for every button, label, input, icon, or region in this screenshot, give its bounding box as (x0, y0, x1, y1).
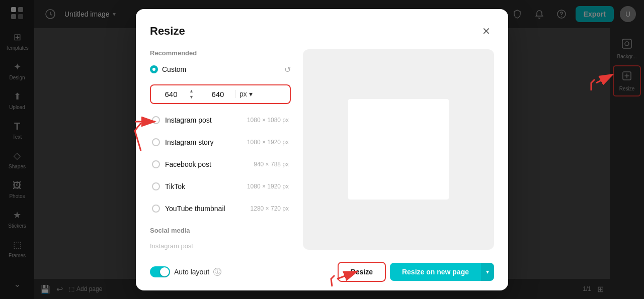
preset-facebook-post[interactable]: Facebook post 940 × 788 px (150, 156, 291, 172)
width-stepper[interactable]: ▲ ▼ (188, 88, 195, 100)
custom-option-row: Custom ↺ (150, 65, 291, 74)
youtube-radio[interactable] (152, 205, 160, 213)
tiktok-radio[interactable] (152, 182, 160, 190)
modal-body: Recommended Custom ↺ 640 ▲ ▼ 640 (150, 49, 494, 250)
instagram-post-label: Instagram post (165, 116, 242, 124)
resize-button[interactable]: Resize (338, 262, 386, 282)
modal-footer: Auto layout ⓘ Resize Resize on new page … (150, 260, 494, 282)
resize-on-new-page-group: Resize on new page ▾ (390, 263, 494, 281)
preview-canvas (348, 99, 449, 200)
modal-overlay: Resize ✕ Recommended Custom ↺ 640 ▲ (0, 0, 644, 299)
dimension-inputs-row: 640 ▲ ▼ 640 px ▾ (150, 84, 291, 104)
auto-layout-info-icon[interactable]: ⓘ (213, 268, 221, 276)
preset-youtube[interactable]: YouTube thumbnail 1280 × 720 px (150, 201, 291, 217)
unit-select[interactable]: px ▾ (235, 90, 253, 98)
resize-on-new-page-button[interactable]: Resize on new page (390, 263, 481, 281)
preview-area (303, 49, 494, 250)
auto-layout-row: Auto layout ⓘ (150, 266, 221, 277)
instagram-post-radio[interactable] (152, 116, 160, 124)
youtube-label: YouTube thumbnail (165, 205, 246, 213)
resize-options-panel: Recommended Custom ↺ 640 ▲ ▼ 640 (150, 49, 291, 250)
custom-label: Custom (162, 65, 280, 73)
instagram-story-size: 1080 × 1920 px (247, 139, 289, 146)
resize-modal: Resize ✕ Recommended Custom ↺ 640 ▲ (136, 9, 508, 290)
instagram-story-label: Instagram story (165, 138, 242, 146)
modal-close-button[interactable]: ✕ (478, 23, 494, 39)
footer-buttons: Resize Resize on new page ▾ (338, 262, 494, 282)
width-input[interactable]: 640 (156, 90, 186, 98)
resize-on-new-page-dropdown[interactable]: ▾ (481, 263, 494, 281)
social-sub-label: Instagram post (150, 242, 291, 250)
facebook-post-size: 940 × 788 px (254, 161, 289, 168)
preset-instagram-post[interactable]: Instagram post 1080 × 1080 px (150, 112, 291, 128)
recommended-section-label: Recommended (150, 49, 291, 57)
width-decrease[interactable]: ▼ (188, 94, 195, 100)
social-section-label: Social media (150, 227, 291, 234)
facebook-post-label: Facebook post (165, 160, 249, 168)
modal-header: Resize ✕ (150, 23, 494, 39)
height-input[interactable]: 640 (203, 90, 233, 98)
tiktok-size: 1080 × 1920 px (247, 183, 289, 190)
auto-layout-toggle[interactable] (150, 266, 170, 277)
preset-instagram-story[interactable]: Instagram story 1080 × 1920 px (150, 134, 291, 150)
instagram-story-radio[interactable] (152, 138, 160, 146)
auto-layout-label: Auto layout (174, 268, 209, 276)
custom-radio-selected[interactable] (150, 65, 158, 73)
tiktok-label: TikTok (165, 182, 242, 190)
instagram-post-size: 1080 × 1080 px (247, 117, 289, 124)
reset-icon[interactable]: ↺ (284, 65, 291, 74)
modal-title: Resize (150, 25, 185, 38)
preset-tiktok[interactable]: TikTok 1080 × 1920 px (150, 178, 291, 194)
unit-dropdown-icon: ▾ (249, 90, 253, 98)
youtube-size: 1280 × 720 px (251, 205, 289, 212)
toggle-knob (160, 267, 169, 276)
facebook-post-radio[interactable] (152, 160, 160, 168)
width-increase[interactable]: ▲ (188, 88, 195, 94)
